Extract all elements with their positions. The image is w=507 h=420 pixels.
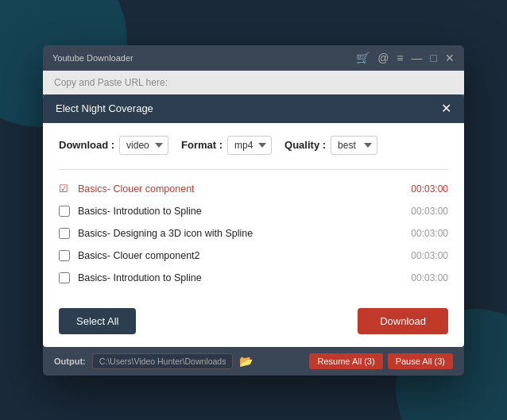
download-select[interactable]: video audio	[119, 136, 168, 155]
video-checkbox[interactable]	[59, 228, 70, 239]
list-item: ☑ Basics- Clouer component 00:03:00	[59, 178, 448, 200]
title-bar-left: Youtube Downloader	[52, 53, 134, 63]
controls-row: Download : video audio Format : mp4 mkv …	[59, 136, 448, 155]
modal: Elect Night Coverage ✕ Download : video …	[43, 94, 464, 347]
video-duration: 00:03:00	[411, 250, 448, 261]
video-title: Basics- Clouer component2	[78, 250, 403, 261]
resume-all-button[interactable]: Resume All (3)	[309, 353, 382, 369]
quality-select[interactable]: best 720p 480p 360p	[331, 136, 377, 155]
list-item: Basics- Designing a 3D icon with Spline …	[59, 222, 448, 245]
format-select[interactable]: mp4 mkv avi	[227, 136, 272, 155]
format-control-group: Format : mp4 mkv avi	[181, 136, 272, 155]
output-left: Output: C:\Users\Video Hunter\Downloads …	[54, 353, 253, 369]
close-icon[interactable]: ✕	[445, 52, 455, 64]
output-label: Output:	[54, 356, 86, 366]
modal-close-button[interactable]: ✕	[441, 102, 451, 115]
folder-icon[interactable]: 📂	[239, 355, 253, 368]
modal-body: Download : video audio Format : mp4 mkv …	[43, 123, 464, 347]
list-item: Basics- Introdution to Spline 00:03:00	[59, 200, 448, 222]
modal-header: Elect Night Coverage ✕	[43, 94, 464, 123]
download-control-group: Download : video audio	[59, 136, 168, 155]
divider	[59, 169, 448, 170]
minimize-icon[interactable]: —	[412, 52, 423, 64]
video-list: ☑ Basics- Clouer component 00:03:00 Basi…	[59, 178, 448, 289]
output-right: Resume All (3) Pause All (3)	[309, 353, 453, 369]
list-item: Basics- Introdution to Spline 00:03:00	[59, 267, 448, 289]
app-title: Youtube Downloader	[52, 53, 134, 63]
video-checkbox[interactable]	[59, 250, 70, 261]
video-title: Basics- Clouer component	[78, 183, 403, 195]
video-checkbox[interactable]	[59, 206, 70, 217]
quality-control-group: Quality : best 720p 480p 360p	[284, 136, 377, 155]
download-label: Download :	[59, 139, 114, 151]
select-all-button[interactable]: Select All	[59, 308, 136, 334]
maximize-icon[interactable]: □	[431, 52, 437, 64]
output-bar: Output: C:\Users\Video Hunter\Downloads …	[43, 347, 464, 376]
at-icon[interactable]: @	[377, 52, 389, 64]
video-title: Basics- Designing a 3D icon with Spline	[78, 228, 403, 239]
video-title: Basics- Introdution to Spline	[78, 272, 403, 283]
app-window: Youtube Downloader 🛒 @ ≡ — □ ✕ Copy and …	[43, 45, 464, 376]
video-duration: 00:03:00	[411, 228, 448, 239]
modal-title: Elect Night Coverage	[56, 102, 153, 114]
video-duration: 00:03:00	[411, 272, 448, 283]
video-duration: 00:03:00	[411, 183, 448, 195]
quality-label: Quality :	[284, 139, 326, 151]
list-item: Basics- Clouer component2 00:03:00	[59, 245, 448, 267]
video-duration: 00:03:00	[411, 206, 448, 217]
url-bar: Copy and Paste URL here:	[43, 71, 464, 94]
cart-icon[interactable]: 🛒	[356, 52, 370, 64]
modal-footer: Select All Download	[59, 302, 448, 334]
url-placeholder: Copy and Paste URL here:	[54, 77, 168, 88]
video-checkbox[interactable]	[59, 272, 70, 283]
title-bar-icons: 🛒 @ ≡ — □ ✕	[356, 52, 455, 64]
video-title: Basics- Introdution to Spline	[78, 206, 403, 217]
title-bar: Youtube Downloader 🛒 @ ≡ — □ ✕	[43, 45, 464, 71]
pause-all-button[interactable]: Pause All (3)	[388, 353, 453, 369]
output-path: C:\Users\Video Hunter\Downloads	[92, 353, 234, 369]
checkbox-checked-icon: ☑	[59, 183, 70, 195]
menu-icon[interactable]: ≡	[397, 52, 403, 64]
download-button[interactable]: Download	[358, 308, 448, 334]
format-label: Format :	[181, 139, 223, 151]
